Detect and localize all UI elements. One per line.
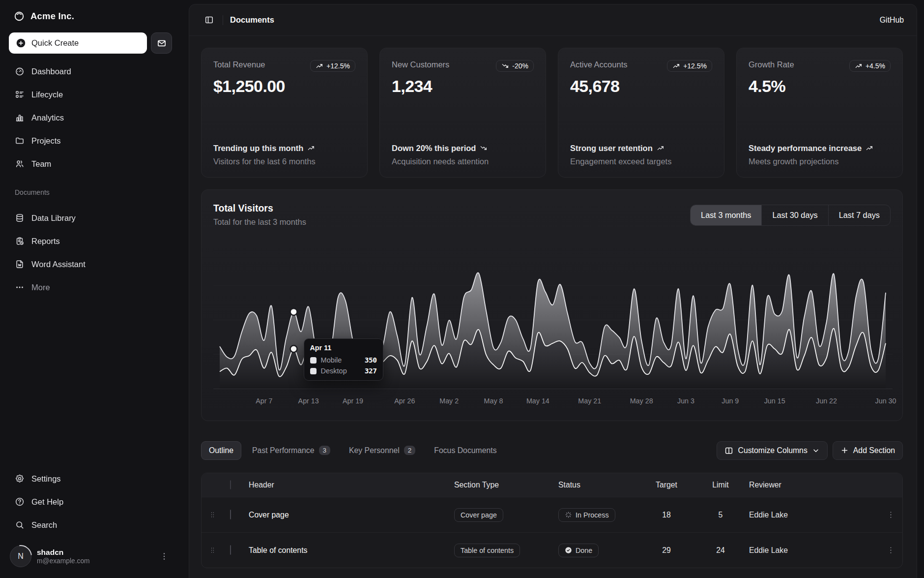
series-label: Mobile: [321, 356, 360, 364]
row-checkbox[interactable]: [230, 545, 231, 555]
dashboard-icon: [15, 66, 25, 76]
tooltip-date: Apr 11: [310, 344, 377, 352]
row-checkbox[interactable]: [230, 510, 231, 519]
add-section-button[interactable]: Add Section: [833, 441, 903, 460]
col-target: Target: [641, 481, 692, 489]
acme-logo-icon: [14, 11, 25, 22]
row-menu-icon[interactable]: [879, 546, 902, 555]
sidebar-toggle-button[interactable]: [200, 11, 218, 29]
users-icon: [15, 159, 25, 169]
panel-left-icon: [204, 15, 214, 25]
series-label: Desktop: [321, 367, 360, 375]
nav-documents: Data LibraryReportsWord AssistantMore: [9, 208, 172, 297]
folder-icon: [15, 136, 25, 146]
table-row[interactable]: Table of contents Table of contents Done…: [202, 532, 902, 568]
tab-count-badge: 3: [319, 446, 331, 455]
add-section-label: Add Section: [853, 446, 895, 455]
x-tick: Apr 26: [394, 397, 415, 405]
card-footer-sub: Engagement exceed targets: [570, 157, 712, 166]
sidebar-item-word-assistant[interactable]: Word Assistant: [9, 254, 172, 274]
nav-footer: SettingsGet HelpSearch: [9, 469, 172, 535]
nav-item-label: Team: [31, 159, 51, 169]
range-last-30-days[interactable]: Last 30 days: [761, 205, 828, 225]
nav-item-label: Lifecycle: [31, 90, 63, 99]
limit-value[interactable]: 24: [692, 546, 749, 555]
reviewer-value[interactable]: Eddie Lake: [749, 546, 879, 555]
chart-subtitle: Total for the last 3 months: [213, 217, 306, 227]
card-value: $1,250.00: [213, 77, 355, 96]
mail-icon: [157, 38, 167, 48]
x-tick: Apr 7: [256, 397, 272, 405]
sidebar-item-analytics[interactable]: Analytics: [9, 108, 172, 127]
range-last-3-months[interactable]: Last 3 months: [691, 205, 761, 225]
analytics-icon: [15, 113, 25, 122]
row-header[interactable]: Cover page: [249, 511, 454, 519]
select-all-checkbox[interactable]: [230, 480, 231, 489]
sidebar-item-projects[interactable]: Projects: [9, 131, 172, 151]
card-footer-sub: Meets growth projections: [749, 157, 891, 166]
card-value: 4.5%: [749, 77, 891, 96]
section-type-badge: Table of contents: [454, 544, 520, 557]
page-title: Documents: [230, 15, 274, 25]
limit-value[interactable]: 5: [692, 511, 749, 519]
sidebar-item-get-help[interactable]: Get Help: [9, 492, 172, 512]
range-last-7-days[interactable]: Last 7 days: [828, 205, 890, 225]
inbox-button[interactable]: [151, 32, 172, 54]
lifecycle-icon: [15, 90, 25, 99]
status-badge: Done: [558, 544, 599, 557]
card-footer-text: Strong user retention: [570, 143, 653, 153]
nav-item-label: Get Help: [31, 497, 63, 507]
columns-icon: [724, 446, 733, 455]
table-row[interactable]: Cover page Cover page In Process 18 5 Ed…: [202, 497, 902, 532]
sidebar-item-more[interactable]: More: [9, 277, 172, 297]
series-swatch: [310, 357, 317, 364]
tab-label: Focus Documents: [434, 446, 496, 455]
card-footer-text: Trending up this month: [213, 143, 303, 153]
sidebar-item-settings[interactable]: Settings: [9, 469, 172, 488]
customize-columns-button[interactable]: Customize Columns: [717, 441, 827, 460]
user-menu[interactable]: N shadcn m@example.com: [9, 546, 172, 570]
reviewer-value[interactable]: Eddie Lake: [749, 511, 879, 519]
area-chart[interactable]: Apr 11 Mobile 350 Desktop 327: [213, 251, 891, 389]
col-section-type: Section Type: [454, 481, 558, 489]
tab-past-performance[interactable]: Past Performance3: [244, 441, 338, 460]
target-value[interactable]: 18: [641, 511, 692, 519]
card-title: New Customers: [392, 60, 449, 69]
sidebar-item-team[interactable]: Team: [9, 154, 172, 174]
card-title: Active Accounts: [570, 60, 627, 69]
tab-outline[interactable]: Outline: [201, 441, 241, 460]
card-value: 1,234: [392, 77, 534, 96]
quick-create-button[interactable]: Quick Create: [9, 32, 147, 54]
x-tick: Jun 15: [764, 397, 785, 405]
sidebar-item-reports[interactable]: Reports: [9, 231, 172, 251]
col-limit: Limit: [692, 481, 749, 489]
tab-focus-documents[interactable]: Focus Documents: [426, 441, 504, 460]
dots-vertical-icon[interactable]: [159, 551, 169, 561]
row-menu-icon[interactable]: [879, 510, 902, 519]
report-icon: [15, 236, 25, 246]
brand[interactable]: Acme Inc.: [9, 7, 172, 26]
card-value: 45,678: [570, 77, 712, 96]
sidebar-item-dashboard[interactable]: Dashboard: [9, 61, 172, 81]
target-value[interactable]: 29: [641, 546, 692, 555]
sidebar-item-lifecycle[interactable]: Lifecycle: [9, 85, 172, 104]
circle-plus-icon: [16, 38, 26, 48]
drag-handle-icon[interactable]: [202, 546, 223, 554]
chevron-down-icon: [812, 447, 820, 455]
file-word-icon: [15, 259, 25, 269]
active-dot-total: [290, 308, 297, 315]
sidebar-item-search[interactable]: Search: [9, 515, 172, 535]
loader-icon: [565, 511, 572, 518]
tab-label: Past Performance: [252, 446, 314, 455]
help-icon: [15, 497, 25, 507]
trend-up-icon: [657, 144, 664, 152]
chart-title: Total Visitors: [213, 203, 306, 214]
x-tick: Jun 9: [722, 397, 739, 405]
row-header[interactable]: Table of contents: [249, 546, 454, 555]
sidebar-item-data-library[interactable]: Data Library: [9, 208, 172, 228]
drag-handle-icon[interactable]: [202, 511, 223, 519]
card-footer-text: Steady performance increase: [749, 143, 862, 153]
github-link[interactable]: GitHub: [880, 16, 904, 25]
tab-key-personnel[interactable]: Key Personnel2: [341, 441, 423, 460]
tab-label: Outline: [209, 446, 233, 455]
